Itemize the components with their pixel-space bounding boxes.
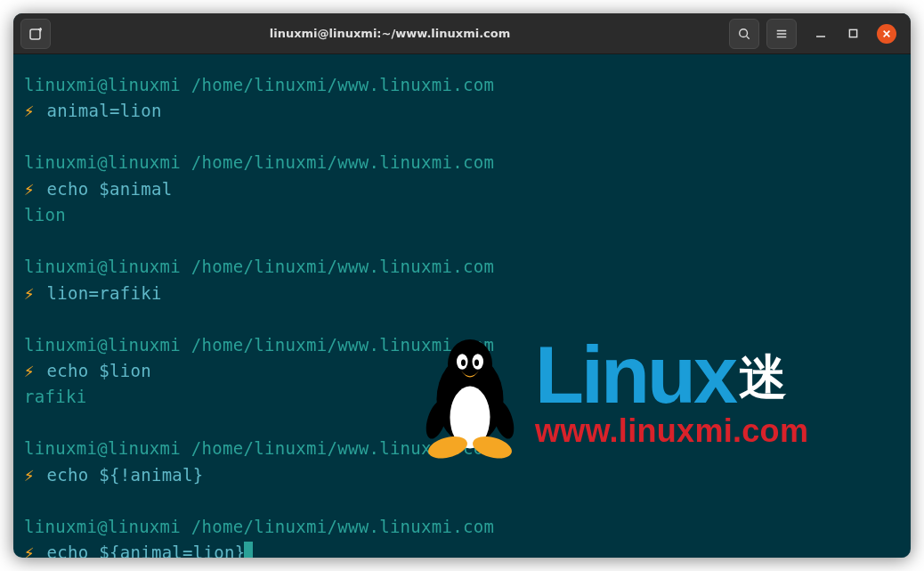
prompt-symbol: ⚡ — [24, 179, 35, 199]
command-text: lion=rafiki — [47, 283, 162, 303]
window-title: linuxmi@linuxmi:~/www.linuxmi.com — [270, 27, 511, 40]
prompt-user: linuxmi@linuxmi — [24, 438, 181, 458]
command-text: echo ${animal=lion} — [47, 542, 246, 558]
terminal-body[interactable]: linuxmi@linuxmi /home/linuxmi/www.linuxm… — [13, 54, 911, 558]
blank-line — [24, 229, 900, 255]
search-icon — [738, 28, 750, 40]
hamburger-icon — [775, 28, 788, 40]
command-text: echo ${!animal} — [47, 465, 204, 485]
minimize-icon — [815, 29, 826, 39]
prompt-path: /home/linuxmi/www.linuxmi.com — [191, 517, 494, 536]
output-line: lion — [24, 202, 900, 228]
prompt-user: linuxmi@linuxmi — [24, 152, 181, 172]
close-button[interactable] — [877, 24, 896, 44]
prompt-path: /home/linuxmi/www.linuxmi.com — [191, 152, 494, 172]
prompt-line: linuxmi@linuxmi /home/linuxmi/www.linuxm… — [24, 150, 900, 175]
terminal-window: linuxmi@linuxmi:~/www.linuxmi.com — [13, 13, 911, 558]
new-tab-icon — [28, 27, 43, 41]
prompt-line: linuxmi@linuxmi /home/linuxmi/www.linuxm… — [24, 72, 900, 98]
svg-point-3 — [740, 29, 748, 37]
new-tab-button[interactable] — [20, 19, 51, 49]
svg-rect-0 — [30, 29, 40, 39]
maximize-icon — [848, 29, 858, 38]
prompt-symbol: ⚡ — [24, 542, 35, 558]
close-icon — [882, 29, 891, 38]
prompt-line: linuxmi@linuxmi /home/linuxmi/www.linuxm… — [24, 514, 900, 540]
blank-line — [24, 488, 900, 514]
prompt-path: /home/linuxmi/www.linuxmi.com — [191, 75, 494, 94]
prompt-symbol: ⚡ — [24, 465, 35, 485]
command-text: echo $lion — [47, 361, 151, 380]
titlebar: linuxmi@linuxmi:~/www.linuxmi.com — [13, 13, 911, 54]
command-line: ⚡ echo $animal — [24, 176, 900, 202]
prompt-line: linuxmi@linuxmi /home/linuxmi/www.linuxm… — [24, 254, 900, 280]
command-line: ⚡ echo $lion — [24, 358, 900, 384]
prompt-path: /home/linuxmi/www.linuxmi.com — [191, 335, 494, 355]
search-button[interactable] — [729, 19, 759, 49]
command-line: ⚡ lion=rafiki — [24, 281, 900, 306]
minimize-button[interactable] — [813, 26, 829, 42]
output-line: rafiki — [24, 384, 900, 410]
command-text: animal=lion — [47, 101, 162, 120]
prompt-symbol: ⚡ — [24, 361, 35, 380]
prompt-user: linuxmi@linuxmi — [24, 517, 181, 536]
blank-line — [24, 411, 900, 436]
prompt-line: linuxmi@linuxmi /home/linuxmi/www.linuxm… — [24, 436, 900, 461]
cursor — [244, 542, 253, 558]
prompt-line: linuxmi@linuxmi /home/linuxmi/www.linuxm… — [24, 332, 900, 358]
maximize-button[interactable] — [845, 26, 861, 42]
blank-line — [24, 306, 900, 332]
command-line: ⚡ echo ${!animal} — [24, 462, 900, 488]
prompt-user: linuxmi@linuxmi — [24, 75, 181, 94]
svg-rect-9 — [849, 29, 856, 37]
menu-button[interactable] — [766, 19, 797, 49]
command-text: echo $animal — [47, 179, 173, 199]
prompt-path: /home/linuxmi/www.linuxmi.com — [191, 257, 494, 276]
prompt-user: linuxmi@linuxmi — [24, 335, 181, 355]
command-line: ⚡ echo ${animal=lion} — [24, 540, 900, 558]
prompt-user: linuxmi@linuxmi — [24, 257, 181, 276]
blank-line — [24, 125, 900, 151]
svg-line-4 — [747, 36, 750, 38]
command-line: ⚡ animal=lion — [24, 98, 900, 124]
prompt-symbol: ⚡ — [24, 283, 35, 303]
prompt-symbol: ⚡ — [24, 101, 35, 120]
prompt-path: /home/linuxmi/www.linuxmi.com — [191, 438, 494, 458]
